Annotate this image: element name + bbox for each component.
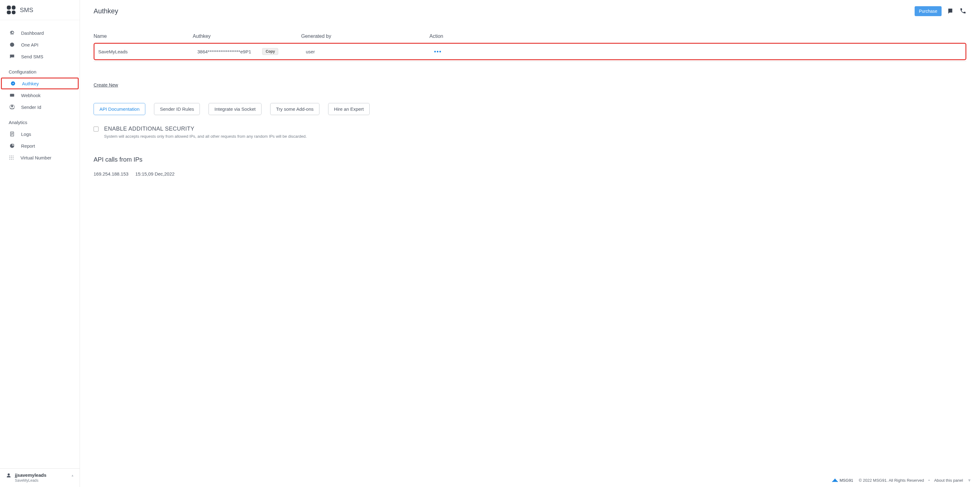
table-divider bbox=[94, 61, 966, 62]
col-action: Action bbox=[425, 34, 966, 39]
col-generatedby: Generated by bbox=[301, 34, 425, 39]
sidebar-nav: Dashboard One API Send SMS Configuration bbox=[0, 20, 80, 468]
svg-point-16 bbox=[11, 159, 12, 160]
sidebar-item-virtualnumber[interactable]: Virtual Number bbox=[0, 152, 80, 163]
ip-timestamp: 15:15,09 Dec,2022 bbox=[135, 171, 175, 177]
header-actions: Purchase bbox=[915, 6, 966, 16]
svg-rect-2 bbox=[10, 94, 14, 97]
col-authkey: Authkey bbox=[193, 34, 301, 39]
webhook-icon bbox=[9, 93, 15, 98]
sidebar-item-authkey[interactable]: Authkey bbox=[1, 78, 79, 89]
sidebar-item-label: Report bbox=[21, 143, 35, 148]
app-logo-icon bbox=[7, 6, 16, 14]
security-description: System will accepts requests only from a… bbox=[104, 134, 307, 139]
sidebar-header: SMS bbox=[0, 0, 80, 20]
svg-point-17 bbox=[13, 159, 13, 160]
svg-point-3 bbox=[11, 105, 13, 107]
ip-entry: 169.254.188.153 15:15,09 Dec,2022 bbox=[94, 171, 966, 177]
security-label: ENABLE ADDITIONAL SECURITY bbox=[104, 126, 307, 132]
create-new-link[interactable]: Create New bbox=[94, 82, 118, 88]
oneapi-icon bbox=[9, 42, 15, 48]
main-header: Authkey Purchase bbox=[80, 0, 980, 22]
cell-name: SaveMyLeads bbox=[98, 49, 197, 54]
svg-point-0 bbox=[10, 43, 14, 47]
sidebar-item-dashboard[interactable]: Dashboard bbox=[0, 27, 80, 39]
cell-authkey: 3864******************e9P1 Copy bbox=[197, 48, 306, 55]
sidebar-item-label: Authkey bbox=[22, 81, 39, 86]
dashboard-icon bbox=[9, 30, 15, 36]
ip-address: 169.254.188.153 bbox=[94, 171, 129, 177]
sidebar-item-sendsms[interactable]: Send SMS bbox=[0, 51, 80, 62]
content-area: Name Authkey Generated by Action SaveMyL… bbox=[80, 22, 980, 473]
footer-about-link[interactable]: About this panel bbox=[934, 478, 963, 483]
sidebar-item-label: Sender Id bbox=[21, 105, 41, 110]
sidebar-item-label: One API bbox=[21, 42, 38, 48]
try-addons-button[interactable]: Try some Add-ons bbox=[270, 103, 320, 115]
user-company: SaveMyLeads bbox=[15, 478, 46, 483]
user-icon bbox=[6, 473, 11, 478]
svg-point-13 bbox=[11, 157, 12, 158]
logs-icon bbox=[9, 131, 15, 137]
sidebar-item-senderid[interactable]: Sender Id bbox=[0, 101, 80, 113]
user-info: jjsavemyleads SaveMyLeads bbox=[15, 473, 46, 483]
sidebar-user-footer[interactable]: jjsavemyleads SaveMyLeads ▲ bbox=[0, 468, 80, 487]
notes-icon[interactable] bbox=[947, 8, 954, 15]
senderid-icon bbox=[9, 104, 15, 110]
table-row-highlighted: SaveMyLeads 3864******************e9P1 C… bbox=[94, 43, 966, 60]
cell-action: ••• bbox=[430, 48, 962, 55]
username: jjsavemyleads bbox=[15, 473, 46, 478]
caret-up-icon: ▲ bbox=[71, 474, 74, 477]
sidebar: SMS Dashboard One API Send SMS bbox=[0, 0, 80, 487]
footer: MSG91 © 2022 MSG91. All Rights Reserved … bbox=[80, 473, 980, 487]
svg-point-11 bbox=[13, 156, 13, 156]
cell-generatedby: user bbox=[306, 49, 430, 54]
sidebar-item-label: Webhook bbox=[21, 93, 41, 98]
footer-separator: • bbox=[928, 478, 930, 483]
purchase-button[interactable]: Purchase bbox=[915, 6, 942, 16]
col-name: Name bbox=[94, 34, 193, 39]
virtualnumber-icon bbox=[9, 155, 14, 160]
sidebar-item-logs[interactable]: Logs bbox=[0, 128, 80, 140]
sidebar-section-analytics: Analytics bbox=[0, 113, 80, 128]
api-documentation-button[interactable]: API Documentation bbox=[94, 103, 145, 115]
sidebar-item-webhook[interactable]: Webhook bbox=[0, 89, 80, 101]
security-section: ENABLE ADDITIONAL SECURITY System will a… bbox=[94, 126, 966, 139]
action-button-row: API Documentation Sender ID Rules Integr… bbox=[94, 103, 966, 115]
table-row: SaveMyLeads 3864******************e9P1 C… bbox=[94, 44, 966, 59]
sidebar-item-label: Dashboard bbox=[21, 30, 44, 36]
copy-button[interactable]: Copy bbox=[262, 48, 278, 55]
sidebar-item-report[interactable]: Report bbox=[0, 140, 80, 152]
table-header-row: Name Authkey Generated by Action bbox=[94, 30, 966, 42]
authkey-icon bbox=[10, 81, 16, 86]
api-calls-title: API calls from IPs bbox=[94, 156, 966, 163]
sidebar-section-configuration: Configuration bbox=[0, 62, 80, 78]
sender-id-rules-button[interactable]: Sender ID Rules bbox=[154, 103, 200, 115]
sidebar-item-label: Logs bbox=[21, 131, 31, 137]
sidebar-item-label: Send SMS bbox=[21, 54, 43, 59]
sendsms-icon bbox=[9, 54, 15, 59]
sidebar-title: SMS bbox=[20, 6, 33, 14]
svg-point-9 bbox=[10, 156, 10, 156]
svg-point-10 bbox=[11, 156, 12, 156]
enable-security-checkbox[interactable] bbox=[94, 126, 99, 131]
phone-icon[interactable] bbox=[959, 8, 966, 15]
report-icon bbox=[9, 143, 15, 148]
msg91-logo: MSG91 bbox=[832, 478, 853, 483]
authkey-table: Name Authkey Generated by Action SaveMyL… bbox=[94, 30, 966, 62]
svg-point-15 bbox=[10, 159, 10, 160]
caret-down-icon: ▼ bbox=[967, 478, 971, 483]
action-menu-icon[interactable]: ••• bbox=[434, 48, 442, 54]
sidebar-item-label: Virtual Number bbox=[21, 155, 51, 160]
hire-expert-button[interactable]: Hire an Expert bbox=[328, 103, 370, 115]
sidebar-item-oneapi[interactable]: One API bbox=[0, 39, 80, 51]
security-text: ENABLE ADDITIONAL SECURITY System will a… bbox=[104, 126, 307, 139]
main-content: Authkey Purchase Name Authkey Generated … bbox=[80, 0, 980, 487]
brand-name: MSG91 bbox=[840, 478, 853, 483]
integrate-socket-button[interactable]: Integrate via Socket bbox=[208, 103, 261, 115]
svg-point-14 bbox=[13, 157, 13, 158]
svg-point-12 bbox=[10, 157, 10, 158]
footer-copyright: © 2022 MSG91. All Rights Reserved bbox=[859, 478, 924, 483]
authkey-value: 3864******************e9P1 bbox=[197, 49, 251, 54]
page-title: Authkey bbox=[94, 7, 118, 15]
